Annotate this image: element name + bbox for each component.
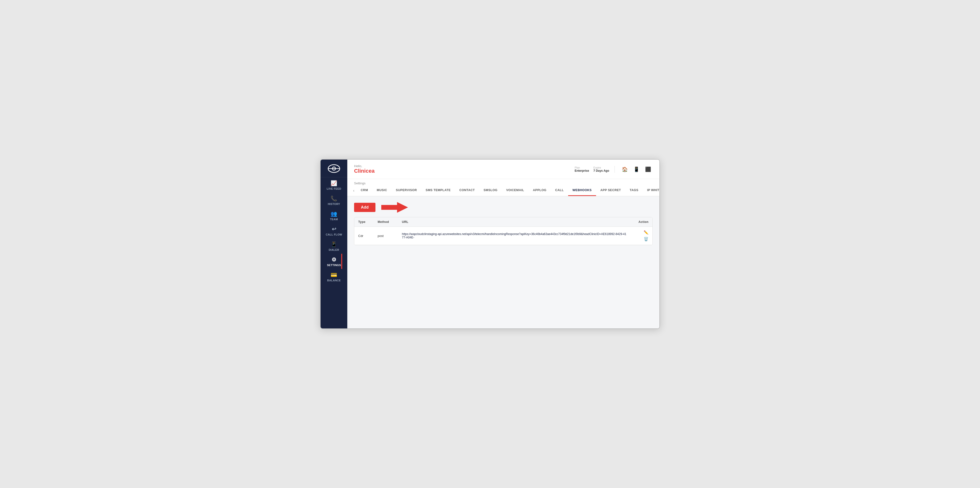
tab-call[interactable]: CALL [550, 185, 568, 196]
content-area: Add Type Method URL Action [347, 196, 659, 328]
call-flow-icon: ↩ [332, 227, 336, 232]
svg-marker-3 [381, 202, 408, 213]
tab-music[interactable]: MUSIC [372, 185, 391, 196]
sidebar-item-dialer[interactable]: 📱 DIALER [326, 238, 342, 254]
sidebar-item-label-dialer: DIALER [329, 248, 339, 251]
delete-icon[interactable]: 🗑️ [644, 237, 649, 241]
sidebar-item-settings[interactable]: ⚙ SETTINGS [326, 254, 342, 269]
tab-sms-template[interactable]: SMS TEMPLATE [421, 185, 455, 196]
topbar-right: Plan Enterprise Expire 7 Days Ago 🏠 📱 ⬛ [575, 165, 652, 174]
arrow-annotation [381, 202, 408, 213]
sidebar-item-label-call-flow: CALL FLOW [326, 233, 342, 236]
topbar-greeting: Hello, Clinicea [354, 164, 374, 174]
live-feed-icon: 📈 [331, 181, 337, 186]
sidebar-item-label-history: HISTORY [328, 203, 340, 206]
cell-method: post [378, 234, 402, 238]
edit-icon[interactable]: ✏️ [644, 230, 649, 235]
dialer-icon: 📱 [331, 242, 337, 247]
sidebar-item-label-settings: SETTINGS [327, 264, 341, 266]
expire-value: 7 Days Ago [593, 169, 609, 173]
tab-applog[interactable]: APPLOG [528, 185, 551, 196]
tab-smslog[interactable]: SMSLOG [479, 185, 502, 196]
tab-nav: ‹ CRMMUSICSUPERVISORSMS TEMPLATECONTACTS… [347, 185, 659, 196]
sidebar-item-history[interactable]: 📞 HISTORY [326, 193, 342, 208]
tab-nav-left-arrow[interactable]: ‹ [351, 189, 356, 193]
sidebar-item-live-feed[interactable]: 📈 LIVE FEED [326, 177, 342, 193]
settings-header: Settings [347, 179, 659, 185]
cell-url: https://wapcloudclinstaging-api.azureweb… [402, 232, 627, 239]
settings-area: Settings ‹ CRMMUSICSUPERVISORSMS TEMPLAT… [347, 179, 659, 328]
sidebar-item-label-live-feed: LIVE FEED [327, 187, 341, 190]
header-method: Method [378, 220, 402, 223]
plan-block: Plan Enterprise [575, 166, 589, 173]
sidebar: 📈 LIVE FEED 📞 HISTORY 👥 TEAM ↩ CALL FLOW… [321, 160, 347, 328]
topbar-icons: 🏠 📱 ⬛ [620, 165, 652, 174]
tab-contact[interactable]: CONTACT [455, 185, 479, 196]
mobile-icon-button[interactable]: 📱 [632, 165, 641, 174]
tab-crm[interactable]: CRM [356, 185, 372, 196]
table-header: Type Method URL Action [354, 217, 652, 227]
expire-block: Expire 7 Days Ago [593, 166, 609, 173]
plan-info: Plan Enterprise Expire 7 Days Ago [575, 166, 609, 173]
plan-value: Enterprise [575, 169, 589, 173]
tab-ip-whitelist[interactable]: IP WHITELISTI [643, 185, 659, 196]
add-button[interactable]: Add [354, 203, 375, 212]
tab-app-secret[interactable]: APP SECRET [596, 185, 625, 196]
header-type: Type [358, 220, 378, 223]
expire-label: Expire [593, 166, 609, 169]
header-url: URL [402, 220, 627, 223]
history-icon: 📞 [331, 196, 337, 201]
tab-tags[interactable]: TAGS [625, 185, 643, 196]
main-content: Hello, Clinicea Plan Enterprise Expire 7… [347, 160, 659, 328]
webhooks-table: Type Method URL Action Cdr post https://… [354, 217, 652, 245]
cell-type: Cdr [358, 234, 378, 238]
topbar: Hello, Clinicea Plan Enterprise Expire 7… [347, 160, 659, 179]
team-icon: 👥 [331, 211, 337, 217]
tab-webhooks[interactable]: WEBHOOKS [568, 185, 596, 196]
sidebar-item-team[interactable]: 👥 TEAM [326, 208, 342, 223]
sidebar-item-label-team: TEAM [330, 218, 338, 221]
plan-label: Plan [575, 166, 589, 169]
sidebar-item-balance[interactable]: 💳 BALANCE [326, 269, 342, 284]
topbar-divider [614, 166, 615, 173]
logout-icon-button[interactable]: ⬛ [643, 165, 652, 174]
tab-voicemail[interactable]: VOICEMAIL [502, 185, 528, 196]
settings-label: Settings [354, 181, 366, 185]
greeting-name: Clinicea [354, 168, 374, 174]
greeting-hello: Hello, [354, 164, 374, 168]
sidebar-logo [321, 160, 347, 177]
sidebar-item-call-flow[interactable]: ↩ CALL FLOW [326, 223, 342, 238]
header-action: Action [627, 220, 649, 223]
cell-action: ✏️ 🗑️ [627, 230, 649, 241]
sidebar-item-label-balance: BALANCE [327, 279, 341, 282]
add-btn-row: Add [354, 202, 652, 213]
table-row: Cdr post https://wapcloudclinstaging-api… [354, 227, 652, 245]
home-icon-button[interactable]: 🏠 [620, 165, 629, 174]
tab-supervisor[interactable]: SUPERVISOR [391, 185, 421, 196]
balance-icon: 💳 [331, 273, 337, 278]
settings-icon: ⚙ [331, 257, 336, 263]
